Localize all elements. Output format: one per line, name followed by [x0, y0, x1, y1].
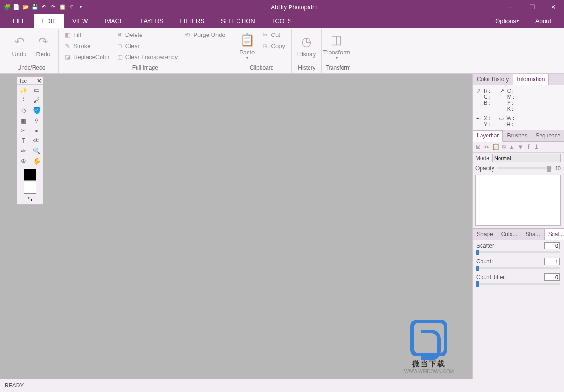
watermark-text1: 微当下载	[404, 359, 454, 369]
qa-app-icon[interactable]: 🧩	[3, 3, 11, 11]
menu-options[interactable]: Options▾	[487, 14, 527, 28]
menu-selection[interactable]: SELECTION	[213, 14, 263, 28]
info-k: K :	[507, 106, 514, 112]
info-tabs: Color History Information	[473, 74, 564, 85]
cleartransp-button[interactable]: ◫Clear Transparency	[114, 52, 180, 62]
count-input[interactable]	[544, 258, 560, 265]
tool-crop[interactable]: ✂	[17, 125, 30, 136]
watermark-text2: WWW.WEIDOWN.COM	[404, 369, 454, 374]
qa-new-icon[interactable]: 📄	[12, 3, 20, 11]
info-r: R :	[484, 88, 491, 94]
history-button[interactable]: ◷History	[296, 30, 318, 63]
undo-button[interactable]: ↶Undo	[8, 30, 30, 63]
layer-paste-icon[interactable]: 📋	[492, 143, 499, 150]
qa-print-icon[interactable]: 🖨	[67, 3, 76, 11]
tab-color-history[interactable]: Color History	[473, 74, 513, 85]
scatter-input[interactable]	[544, 242, 560, 249]
fill-button[interactable]: ◧Fill	[62, 30, 113, 40]
tool-bucket[interactable]: 🪣	[30, 105, 43, 115]
tool-wand[interactable]: ✨	[17, 85, 30, 95]
opacity-slider[interactable]	[497, 167, 552, 169]
menu-view[interactable]: VIEW	[64, 14, 96, 28]
layer-copy-icon[interactable]: ⎘	[502, 143, 506, 150]
tab-shape[interactable]: Shape	[473, 229, 497, 240]
window-title: Ability Photopaint	[88, 4, 500, 11]
layer-up-icon[interactable]: ▲	[509, 143, 515, 150]
jitter-slider[interactable]	[476, 283, 560, 285]
undo-icon: ↶	[14, 35, 24, 49]
cut-button[interactable]: ✂Cut	[260, 30, 288, 40]
jitter-input[interactable]	[544, 273, 560, 281]
tab-sha[interactable]: Sha...	[521, 229, 544, 240]
tab-information[interactable]: Information	[513, 74, 549, 85]
tools-panel-close-icon[interactable]: ×	[37, 77, 41, 84]
stroke-button[interactable]: ✎Stroke	[62, 41, 113, 51]
tab-layerbar[interactable]: Layerbar	[473, 130, 503, 142]
qa-redo-icon[interactable]: ↷	[49, 3, 57, 11]
tool-blur[interactable]: ●	[30, 125, 43, 136]
scatter-slider[interactable]	[476, 251, 560, 253]
qa-save-icon[interactable]: 💾	[30, 3, 39, 11]
tab-scat[interactable]: Scat...	[544, 229, 564, 240]
tool-shape[interactable]: ◇	[17, 105, 30, 115]
tab-brushes[interactable]: Brushes	[503, 130, 531, 141]
layer-opacity-row: Opacity 10	[473, 164, 564, 173]
jitter-label: Count Jitter:	[476, 274, 506, 280]
tool-eraser[interactable]: ◊	[30, 115, 43, 125]
layer-cut-icon[interactable]: ✂	[484, 143, 489, 150]
minimize-button[interactable]: ─	[500, 0, 522, 14]
clear-button[interactable]: ◻Clear	[114, 41, 180, 51]
layer-bottom-icon[interactable]: ⤓	[534, 143, 539, 150]
layer-down-icon[interactable]: ▼	[517, 143, 523, 150]
maximize-button[interactable]: ☐	[522, 0, 543, 14]
menu-file[interactable]: FILE	[5, 14, 34, 28]
tool-select[interactable]: ▦	[17, 115, 30, 125]
group-label-history: History	[296, 65, 318, 72]
replacecolor-button[interactable]: ◪ReplaceColor	[62, 52, 113, 62]
info-h: H :	[506, 121, 514, 127]
menu-image[interactable]: IMAGE	[96, 14, 132, 28]
copy-button[interactable]: ⎘Copy	[260, 41, 288, 51]
tool-text[interactable]: T	[17, 136, 30, 146]
tool-stamp[interactable]: ⊕	[17, 156, 30, 166]
qa-dropdown-icon[interactable]: ▾	[77, 3, 85, 11]
close-button[interactable]: ✕	[543, 0, 564, 14]
menubar: FILE EDIT VIEW IMAGE LAYERS FILTERS SELE…	[0, 14, 564, 28]
menu-tools[interactable]: TOOLS	[263, 14, 300, 28]
tab-sequence[interactable]: Sequence	[531, 130, 564, 141]
swap-colors-icon[interactable]: ⇆	[17, 196, 43, 204]
menu-filters[interactable]: FILTERS	[172, 14, 213, 28]
layer-top-icon[interactable]: ⤒	[526, 143, 531, 150]
paste-button[interactable]: 📋Paste▾	[236, 30, 258, 63]
stroke-icon: ✎	[65, 42, 71, 49]
tool-hand[interactable]: ✋	[30, 156, 43, 166]
layer-new-icon[interactable]: 🗎	[475, 143, 481, 150]
qa-open-icon[interactable]: 📂	[21, 3, 30, 11]
tab-colo[interactable]: Colo...	[497, 229, 522, 240]
qa-undo-icon[interactable]: ↶	[40, 3, 48, 11]
menu-about[interactable]: About	[527, 14, 559, 28]
purgeundo-button[interactable]: ⟲Purge Undo	[182, 30, 228, 40]
layer-toolbar: 🗎 ✂ 📋 ⎘ ▲ ▼ ⤒ ⤓	[473, 142, 564, 153]
canvas-area[interactable]: Toc × ✨ ▭ ⌇ 🖌 ◇ 🪣 ▦ ◊ ✂ ● T 👁 ✑ 🔍 ⊕ ✋	[0, 74, 472, 379]
tool-marquee[interactable]: ▭	[30, 85, 43, 95]
tool-lasso[interactable]: ⌇	[17, 95, 30, 105]
tool-eye[interactable]: 👁	[30, 136, 43, 146]
foreground-color-swatch[interactable]	[24, 169, 36, 181]
info-y: Y :	[507, 100, 514, 106]
layer-list[interactable]	[475, 175, 561, 226]
menu-layers[interactable]: LAYERS	[132, 14, 172, 28]
menu-edit[interactable]: EDIT	[34, 14, 64, 28]
tool-brush[interactable]: 🖌	[30, 95, 43, 105]
tool-zoom[interactable]: 🔍	[30, 146, 43, 156]
tool-eyedropper[interactable]: ✑	[17, 146, 30, 156]
mode-select[interactable]	[492, 154, 561, 162]
tools-panel-header[interactable]: Toc ×	[17, 77, 43, 85]
count-slider[interactable]	[476, 267, 560, 269]
delete-button[interactable]: ✖Delete	[114, 30, 180, 40]
info-c: C :	[507, 88, 514, 94]
transform-button[interactable]: ◫Transform▾	[326, 30, 348, 63]
background-color-swatch[interactable]	[24, 182, 36, 194]
redo-button[interactable]: ↷Redo	[32, 30, 54, 63]
qa-paste-icon[interactable]: 📋	[58, 3, 66, 11]
